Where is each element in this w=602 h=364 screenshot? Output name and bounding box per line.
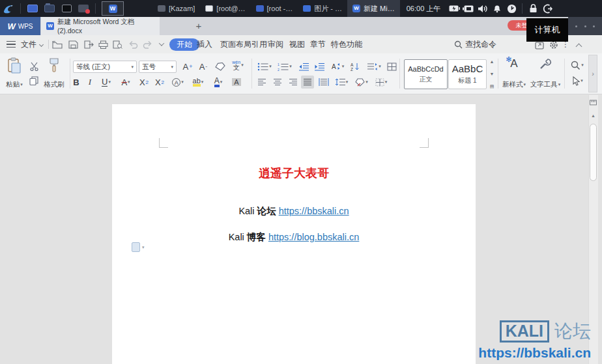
paste-options-button[interactable]: ▾ xyxy=(132,242,145,252)
gallery-scroll-down-icon[interactable]: ▼ xyxy=(490,72,494,77)
wps-launcher[interactable]: W xyxy=(102,1,124,16)
power-plug-icon[interactable] xyxy=(462,2,475,15)
style-normal[interactable]: AaBbCcDd 正文 xyxy=(404,59,448,89)
style-heading1[interactable]: AaBbC 标题 1 xyxy=(448,59,487,89)
print-preview-button[interactable] xyxy=(111,38,124,50)
window-controls[interactable] xyxy=(568,17,602,35)
main-menu-icon[interactable] xyxy=(7,35,16,53)
taskbar-window-kazam[interactable]: [Kazam] xyxy=(152,0,200,17)
scrollbar-thumb[interactable] xyxy=(590,124,597,181)
power-manager-icon[interactable] xyxy=(505,2,518,15)
clock[interactable]: 06:00 上午 xyxy=(407,4,441,14)
forum-link[interactable]: https://bbskali.cn xyxy=(279,206,349,216)
tab-review[interactable]: 审阅 xyxy=(268,35,283,53)
open-file-button[interactable] xyxy=(51,38,64,50)
superscript-button[interactable]: X2 xyxy=(137,76,151,89)
taskbar-window-terminal2[interactable]: [root -… xyxy=(251,0,298,17)
tab-view[interactable]: 视图 xyxy=(289,35,305,53)
file-menu[interactable]: 文件 xyxy=(21,35,43,53)
volume-icon[interactable] xyxy=(476,2,489,15)
justify-button[interactable] xyxy=(301,76,314,89)
gallery-scroll-up-icon[interactable]: ▲ xyxy=(490,59,494,64)
character-shading-button[interactable]: A xyxy=(229,76,244,89)
shading-color-button[interactable]: ▾ xyxy=(352,76,371,89)
bullet-list-button[interactable]: ▾ xyxy=(255,60,274,73)
find-command[interactable]: 查找命令 xyxy=(454,35,496,53)
copy-button[interactable] xyxy=(27,74,40,87)
undo-button[interactable] xyxy=(126,38,139,50)
tab-special-features[interactable]: 特色功能 xyxy=(331,35,362,53)
customize-toolbar-chevron-icon[interactable] xyxy=(155,38,168,50)
style-gallery-scroll[interactable]: ▲ ▼ ▤ xyxy=(488,59,496,89)
taskbar-window-images[interactable]: 图片 - … xyxy=(298,0,347,17)
ruler-toggle-button[interactable] xyxy=(589,98,597,107)
character-scale-button[interactable]: A ▾ xyxy=(328,60,346,73)
phonetic-guide-button[interactable]: wén 文 ▾ xyxy=(229,59,247,72)
kali-menu-icon[interactable] xyxy=(1,2,16,15)
format-painter-button[interactable]: 格式刷 xyxy=(40,56,68,90)
wps-brand[interactable]: W WPS xyxy=(0,17,40,35)
decrease-indent-button[interactable] xyxy=(296,60,311,73)
document-tab[interactable]: W 新建 Microsoft Word 文档 (2).docx xyxy=(41,17,160,35)
paragraph-layout-button[interactable]: ▾ xyxy=(364,60,384,73)
tab-home[interactable]: 开始 xyxy=(169,38,199,51)
highlight-color-button[interactable]: ab▾ xyxy=(189,76,207,89)
bold-button[interactable]: B xyxy=(70,76,82,89)
increase-indent-button[interactable] xyxy=(312,60,326,73)
tab-references[interactable]: 引用 xyxy=(251,35,267,53)
select-button[interactable]: ▾ xyxy=(568,74,586,87)
tab-section[interactable]: 章节 xyxy=(310,35,326,53)
distribute-text-button[interactable] xyxy=(317,76,331,89)
notifications-bell-icon[interactable] xyxy=(491,2,504,15)
align-left-button[interactable] xyxy=(255,76,268,89)
text-effects-button[interactable]: A▾ xyxy=(169,76,186,89)
underline-button[interactable]: U▾ xyxy=(98,76,115,89)
file-manager-icon[interactable] xyxy=(25,2,40,15)
new-tab-button[interactable]: + xyxy=(192,20,206,33)
align-center-button[interactable] xyxy=(271,76,284,89)
font-size-select[interactable]: 五号 ▾ xyxy=(139,61,177,73)
borders-button[interactable]: ▾ xyxy=(372,76,390,89)
doc-line-blog[interactable]: Kali 博客 https://blog.bbskali.cn xyxy=(112,231,476,244)
gallery-more-icon[interactable]: ▤ xyxy=(490,84,494,89)
scroll-up-icon[interactable]: ▲ xyxy=(589,111,597,120)
export-pdf-button[interactable] xyxy=(82,38,95,50)
numbered-list-button[interactable]: 12 ▾ xyxy=(276,60,294,73)
kazam-launcher-icon[interactable] xyxy=(76,2,91,15)
maximize-icon[interactable] xyxy=(584,25,586,27)
paste-button[interactable]: 粘贴▾ xyxy=(3,56,26,90)
clear-format-button[interactable] xyxy=(213,60,227,73)
strikethrough-button[interactable]: A▾ xyxy=(117,76,134,89)
subscript-button[interactable]: X2 xyxy=(152,76,167,89)
insert-table-icon[interactable] xyxy=(384,60,399,73)
taskbar-window-wps-doc[interactable]: W 新建 Mi… xyxy=(347,0,400,17)
lock-screen-icon[interactable] xyxy=(526,2,539,15)
align-right-button[interactable] xyxy=(287,76,300,89)
folder-icon[interactable] xyxy=(42,2,57,15)
minimize-icon[interactable] xyxy=(575,25,577,27)
close-icon[interactable] xyxy=(593,25,595,27)
print-button[interactable] xyxy=(96,38,109,50)
line-spacing-button[interactable]: ▾ xyxy=(332,76,351,89)
taskbar-window-terminal1[interactable]: [root@… xyxy=(200,0,250,17)
task-pane-expander[interactable]: › xyxy=(588,55,597,92)
increase-font-button[interactable]: A+ xyxy=(180,60,195,73)
italic-button[interactable]: I xyxy=(85,76,95,89)
font-name-select[interactable]: 等线 (正文) ▾ xyxy=(73,61,137,73)
logout-icon[interactable] xyxy=(541,2,554,15)
text-tools-button[interactable]: 文字工具▾ xyxy=(529,56,562,90)
battery-icon[interactable] xyxy=(448,2,461,15)
document-page[interactable]: 逍遥子大表哥 Kali 论坛 https://bbskali.cn Kali 博… xyxy=(112,104,476,364)
cut-button[interactable] xyxy=(27,60,40,73)
doc-line-forum[interactable]: Kali 论坛 https://bbskali.cn xyxy=(112,205,476,217)
decrease-font-button[interactable]: A- xyxy=(196,60,210,73)
terminal-icon[interactable] xyxy=(59,2,74,15)
new-style-button[interactable]: A✻ 新样式▾ xyxy=(500,56,528,90)
save-button[interactable] xyxy=(66,38,79,50)
tab-page-layout[interactable]: 页面布局 xyxy=(220,35,251,53)
sort-button[interactable]: AZ xyxy=(348,60,362,73)
collapse-ribbon-icon[interactable] xyxy=(572,39,585,51)
font-color-button[interactable]: A▾ xyxy=(210,76,227,89)
find-replace-button[interactable]: ▾ xyxy=(568,59,586,72)
tab-insert[interactable]: 插入 xyxy=(197,35,212,53)
